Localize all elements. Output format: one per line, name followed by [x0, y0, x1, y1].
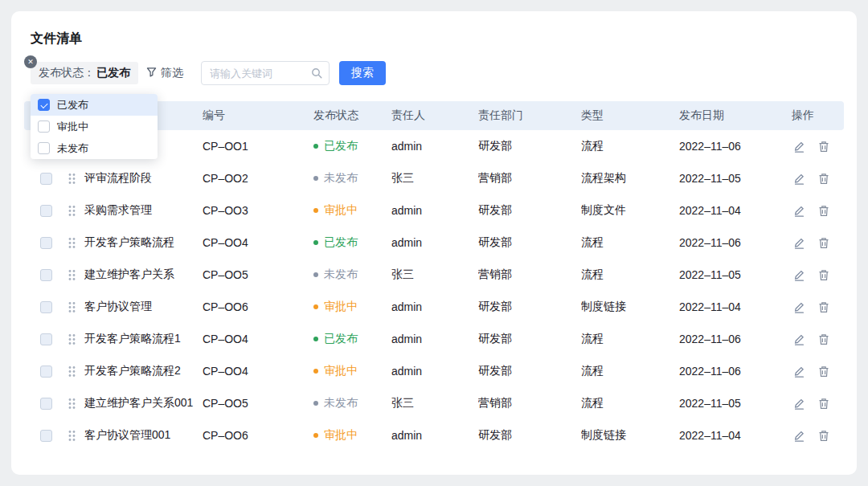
row-checkbox[interactable] [40, 333, 52, 345]
doc-type: 制度链接 [581, 428, 679, 443]
filter-tag-value[interactable]: 已发布 [96, 66, 130, 80]
doc-dept: 研发部 [478, 139, 581, 153]
doc-code: CP–OO3 [203, 204, 313, 217]
option-checkbox[interactable] [38, 99, 50, 111]
row-checkbox[interactable] [40, 205, 52, 217]
row-checkbox[interactable] [40, 398, 52, 410]
row-checkbox[interactable] [40, 366, 52, 378]
doc-person: 张三 [391, 268, 478, 282]
close-icon[interactable]: ✕ [24, 55, 37, 68]
status-cell: 未发布 [313, 396, 391, 410]
filter-button[interactable]: 筛选 [146, 66, 183, 80]
status-dot [313, 433, 318, 438]
header-date: 发布日期 [679, 108, 792, 123]
drag-handle-icon[interactable] [59, 269, 84, 281]
status-text: 已发布 [324, 332, 358, 346]
status-dot [313, 401, 318, 406]
search-icon[interactable] [311, 67, 322, 82]
edit-icon[interactable] [793, 398, 805, 410]
filter-tag-label: 发布状态： [39, 66, 95, 80]
header-code: 编号 [203, 108, 313, 123]
doc-date: 2022–11–04 [679, 204, 792, 217]
row-checkbox[interactable] [40, 173, 52, 185]
edit-icon[interactable] [793, 205, 805, 217]
active-filter-tag: ✕ 发布状态： 已发布 [31, 62, 138, 84]
status-cell: 审批中 [313, 203, 391, 218]
row-checkbox[interactable] [40, 430, 52, 442]
edit-icon[interactable] [793, 430, 805, 442]
doc-name: 采购需求管理 [84, 203, 203, 218]
edit-icon[interactable] [793, 237, 805, 249]
search-input[interactable] [210, 62, 313, 84]
doc-code: CP–OO4 [203, 236, 313, 249]
delete-icon[interactable] [818, 366, 829, 378]
doc-date: 2022–11–05 [679, 397, 792, 410]
option-checkbox[interactable] [38, 120, 50, 133]
status-dot [313, 272, 318, 277]
doc-name: 开发客户策略流程1 [84, 332, 203, 346]
page-title: 文件清单 [31, 31, 82, 47]
delete-icon[interactable] [818, 205, 829, 217]
doc-name: 开发客户策略流程 [84, 235, 203, 250]
drag-handle-icon[interactable] [59, 333, 84, 345]
row-checkbox[interactable] [40, 237, 52, 249]
status-cell: 审批中 [313, 364, 391, 378]
drag-handle-icon[interactable] [59, 398, 84, 410]
doc-name: 客户协议管理001 [84, 428, 203, 443]
delete-icon[interactable] [818, 269, 829, 281]
edit-icon[interactable] [793, 301, 805, 313]
status-text: 未发布 [324, 268, 358, 282]
status-cell: 未发布 [313, 171, 391, 186]
delete-icon[interactable] [818, 398, 829, 410]
option-checkbox[interactable] [38, 142, 50, 154]
drag-handle-icon[interactable] [59, 205, 84, 217]
status-dot [313, 240, 318, 245]
status-dot [313, 144, 318, 149]
doc-name: 开发客户策略流程2 [84, 364, 203, 378]
dropdown-option[interactable]: 未发布 [31, 137, 158, 159]
status-text: 已发布 [324, 139, 358, 153]
doc-person: admin [391, 300, 478, 313]
doc-type: 流程 [581, 396, 679, 410]
option-label: 已发布 [57, 98, 88, 112]
option-label: 审批中 [57, 120, 88, 134]
status-dot [313, 304, 318, 309]
doc-code: CP–OO6 [203, 300, 313, 313]
dropdown-option[interactable]: 已发布 [31, 94, 158, 116]
doc-dept: 研发部 [478, 428, 581, 443]
row-checkbox[interactable] [40, 269, 52, 281]
drag-handle-icon[interactable] [59, 301, 84, 313]
edit-icon[interactable] [793, 141, 805, 153]
table-row: 评审流程阶段 CP–OO2 未发布 张三 营销部 流程架构 2022–11–05 [24, 162, 844, 194]
row-checkbox[interactable] [40, 301, 52, 313]
delete-icon[interactable] [818, 237, 829, 249]
drag-handle-icon[interactable] [59, 237, 84, 249]
status-dot [313, 208, 318, 213]
delete-icon[interactable] [818, 333, 829, 345]
status-text: 审批中 [324, 364, 358, 378]
edit-icon[interactable] [793, 269, 805, 281]
delete-icon[interactable] [818, 173, 829, 185]
edit-icon[interactable] [793, 366, 805, 378]
drag-handle-icon[interactable] [59, 173, 84, 185]
doc-date: 2022–11–06 [679, 333, 792, 345]
header-status: 发布状态 [313, 108, 391, 123]
doc-code: CP–OO5 [203, 268, 313, 281]
table-row: 建立维护客户关系001 CP–OO5 未发布 张三 营销部 流程 2022–11… [24, 387, 844, 419]
doc-code: CP–OO2 [203, 172, 313, 185]
drag-handle-icon[interactable] [59, 430, 84, 442]
status-cell: 审批中 [313, 428, 391, 443]
doc-dept: 营销部 [478, 171, 581, 186]
doc-name: 评审流程阶段 [84, 171, 203, 186]
doc-date: 2022–11–06 [679, 236, 792, 249]
edit-icon[interactable] [793, 333, 805, 345]
status-filter-dropdown: 已发布 审批中 未发布 [31, 94, 158, 159]
edit-icon[interactable] [793, 173, 805, 185]
delete-icon[interactable] [818, 141, 829, 153]
delete-icon[interactable] [818, 301, 829, 313]
header-type: 类型 [581, 108, 679, 123]
dropdown-option[interactable]: 审批中 [31, 116, 158, 137]
drag-handle-icon[interactable] [59, 366, 84, 378]
delete-icon[interactable] [818, 430, 829, 442]
search-button[interactable]: 搜索 [339, 61, 386, 85]
